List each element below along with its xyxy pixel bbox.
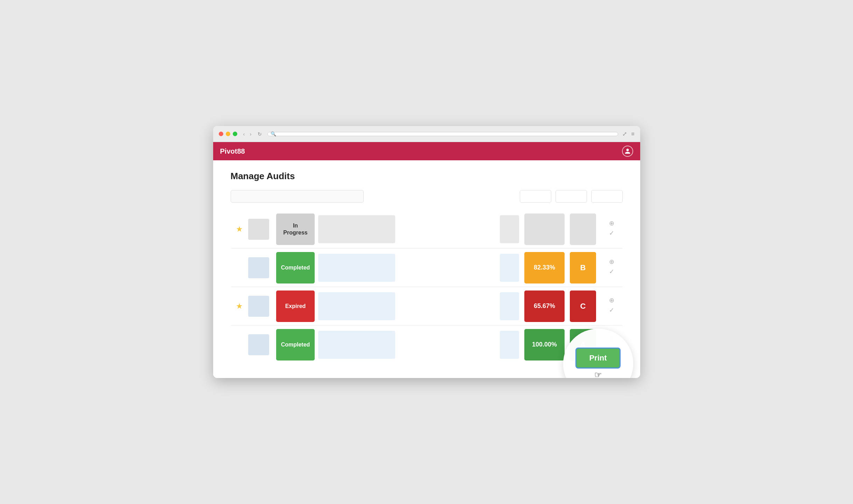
small-box: [500, 215, 519, 243]
content-cell: [318, 210, 500, 248]
content-box: [318, 292, 395, 320]
status-badge: InProgress: [276, 214, 315, 245]
expand-icon[interactable]: ⤢: [622, 131, 627, 137]
filter-button-3[interactable]: [591, 190, 623, 203]
app-header: Pivot88: [213, 142, 640, 160]
back-button[interactable]: ‹: [242, 130, 247, 138]
star-cell[interactable]: ★: [231, 287, 248, 326]
forward-button[interactable]: ›: [248, 130, 253, 138]
small-box: [500, 331, 519, 359]
status-cell: Expired: [276, 287, 318, 326]
grade-cell: C: [570, 287, 601, 326]
status-badge: Expired: [276, 290, 315, 322]
table-row: ★ Completed: [231, 248, 622, 287]
logo-88: 88: [237, 147, 245, 155]
thumbnail-cell: [248, 326, 276, 364]
address-bar[interactable]: 🔍: [267, 132, 618, 136]
score-badge: 82.33%: [524, 252, 565, 284]
star-icon-empty: ★: [236, 263, 243, 272]
star-icon-empty: ★: [236, 340, 243, 349]
score-badge: [524, 214, 565, 245]
main-content: Manage Audits ★: [213, 160, 640, 378]
table-wrapper: ★ InProgress: [231, 210, 623, 364]
status-cell: Completed: [276, 248, 318, 287]
print-overlay: Print ☞: [563, 329, 633, 378]
star-icon: ★: [236, 302, 243, 310]
search-icon: 🔍: [271, 131, 276, 136]
share-icon[interactable]: ⊕: [601, 258, 622, 266]
menu-icon[interactable]: ≡: [631, 131, 634, 137]
maximize-button[interactable]: [233, 132, 237, 136]
user-profile-button[interactable]: [622, 146, 633, 157]
status-badge: Completed: [276, 252, 315, 284]
grade-badge: B: [570, 252, 596, 284]
status-badge: Completed: [276, 329, 315, 360]
filter-button-2[interactable]: [555, 190, 587, 203]
thumbnail-cell: [248, 210, 276, 248]
refresh-button[interactable]: ↻: [258, 131, 262, 137]
share-icon[interactable]: ⊕: [601, 219, 622, 227]
content-box: [318, 331, 395, 359]
toolbar: [231, 190, 623, 203]
browser-chrome: ‹ › ↻ 🔍 ⤢ ≡: [213, 126, 640, 142]
content-cell: [318, 326, 500, 364]
thumbnail-cell: [248, 287, 276, 326]
filter-button-1[interactable]: [520, 190, 551, 203]
actions-cell: ⊕ ✓: [601, 210, 622, 248]
content-cell: [318, 287, 500, 326]
search-input[interactable]: [231, 190, 364, 203]
grade-cell: [570, 210, 601, 248]
small-cell: [500, 210, 524, 248]
star-cell[interactable]: ★: [231, 326, 248, 364]
thumbnail: [248, 334, 269, 355]
score-badge: 100.00%: [524, 329, 565, 360]
score-badge: 65.67%: [524, 290, 565, 322]
actions-cell: ⊕ ✓: [601, 287, 622, 326]
thumbnail: [248, 219, 269, 240]
check-icon[interactable]: ✓: [601, 229, 622, 237]
status-cell: InProgress: [276, 210, 318, 248]
small-cell: [500, 326, 524, 364]
browser-actions: ⤢ ≡: [622, 131, 634, 137]
app-logo: Pivot88: [220, 147, 245, 156]
browser-window: ‹ › ↻ 🔍 ⤢ ≡ Pivot88 Manage Audits: [213, 126, 640, 378]
score-cell: 65.67%: [524, 287, 570, 326]
small-cell: [500, 248, 524, 287]
small-cell: [500, 287, 524, 326]
page-title: Manage Audits: [231, 171, 623, 182]
star-cell[interactable]: ★: [231, 248, 248, 287]
cursor-icon: ☞: [594, 370, 602, 378]
small-box: [500, 292, 519, 320]
score-cell: 82.33%: [524, 248, 570, 287]
star-icon: ★: [236, 225, 243, 233]
logo-text: Pivot88: [220, 147, 245, 155]
thumbnail-cell: [248, 248, 276, 287]
content-box: [318, 215, 395, 243]
logo-pivot: Pivot: [220, 147, 237, 155]
user-icon: [624, 148, 631, 154]
content-cell: [318, 248, 500, 287]
table-row: ★ Expired: [231, 287, 622, 326]
status-cell: Completed: [276, 326, 318, 364]
star-cell[interactable]: ★: [231, 210, 248, 248]
print-button[interactable]: Print: [575, 348, 620, 369]
check-icon[interactable]: ✓: [601, 306, 622, 314]
traffic-lights: [219, 132, 237, 136]
score-cell: [524, 210, 570, 248]
grade-badge: C: [570, 290, 596, 322]
content-box: [318, 254, 395, 282]
minimize-button[interactable]: [226, 132, 230, 136]
table-row: ★ InProgress: [231, 210, 622, 248]
close-button[interactable]: [219, 132, 223, 136]
thumbnail: [248, 296, 269, 317]
nav-buttons: ‹ ›: [242, 130, 253, 138]
small-box: [500, 254, 519, 282]
actions-cell: ⊕ ✓: [601, 248, 622, 287]
grade-cell: B: [570, 248, 601, 287]
share-icon[interactable]: ⊕: [601, 296, 622, 304]
check-icon[interactable]: ✓: [601, 268, 622, 275]
thumbnail: [248, 257, 269, 278]
grade-badge: [570, 214, 596, 245]
print-circle: Print ☞: [563, 329, 633, 378]
